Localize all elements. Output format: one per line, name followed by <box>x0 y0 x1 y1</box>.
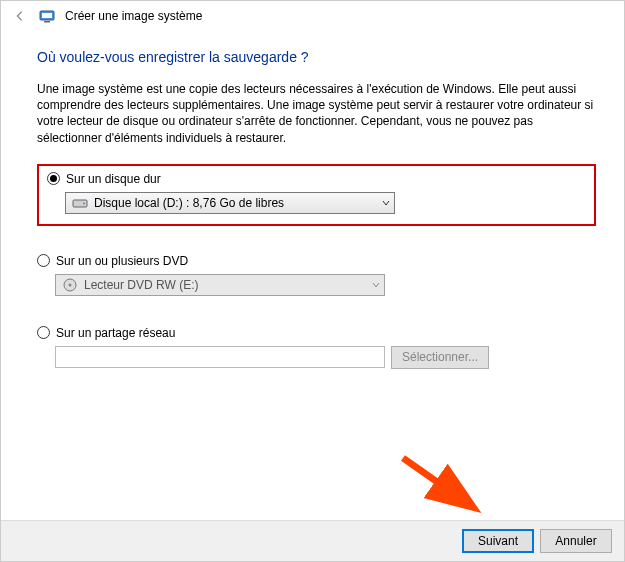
footer-bar: Suivant Annuler <box>1 520 624 561</box>
drive-icon <box>72 195 88 211</box>
dvd-dropdown: Lecteur DVD RW (E:) <box>55 274 385 296</box>
back-arrow-icon[interactable] <box>11 7 29 25</box>
option-hard-disk-label: Sur un disque dur <box>66 172 161 186</box>
radio-dvd[interactable] <box>37 254 50 267</box>
option-network[interactable]: Sur un partage réseau <box>37 326 596 340</box>
option-dvd-section: Sur un ou plusieurs DVD Lecteur DVD RW (… <box>37 254 596 296</box>
network-path-input[interactable] <box>55 346 385 368</box>
chevron-down-icon <box>376 193 394 213</box>
browse-button: Sélectionner... <box>391 346 489 369</box>
hard-disk-selected: Disque local (D:) : 8,76 Go de libres <box>92 196 376 210</box>
dvd-drive-icon <box>62 277 78 293</box>
option-network-label: Sur un partage réseau <box>56 326 175 340</box>
svg-rect-1 <box>42 13 52 18</box>
dialog-window: Créer une image système Où voulez-vous e… <box>0 0 625 562</box>
svg-point-4 <box>83 202 85 204</box>
option-hard-disk[interactable]: Sur un disque dur <box>47 172 586 186</box>
content-area: Où voulez-vous enregistrer la sauvegarde… <box>1 31 624 520</box>
page-heading: Où voulez-vous enregistrer la sauvegarde… <box>37 49 596 65</box>
titlebar: Créer une image système <box>1 1 624 31</box>
option-dvd-label: Sur un ou plusieurs DVD <box>56 254 188 268</box>
cancel-button[interactable]: Annuler <box>540 529 612 553</box>
chevron-down-icon <box>366 275 384 295</box>
radio-network[interactable] <box>37 326 50 339</box>
svg-rect-2 <box>44 21 50 23</box>
highlight-annotation: Sur un disque dur Disque local (D:) : 8,… <box>37 164 596 226</box>
option-network-section: Sur un partage réseau Sélectionner... <box>37 326 596 369</box>
hard-disk-dropdown[interactable]: Disque local (D:) : 8,76 Go de libres <box>65 192 395 214</box>
radio-hard-disk[interactable] <box>47 172 60 185</box>
next-button[interactable]: Suivant <box>462 529 534 553</box>
window-title: Créer une image système <box>65 9 202 23</box>
svg-point-6 <box>69 283 72 286</box>
option-dvd[interactable]: Sur un ou plusieurs DVD <box>37 254 596 268</box>
system-image-icon <box>39 8 55 24</box>
dvd-selected: Lecteur DVD RW (E:) <box>82 278 366 292</box>
page-description: Une image système est une copie des lect… <box>37 81 596 146</box>
